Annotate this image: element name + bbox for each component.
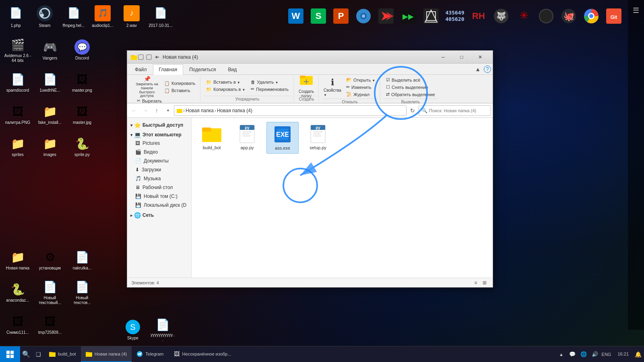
desktop-icon-snimo-bottom[interactable]: 🖼 Снимо111... — [2, 308, 34, 340]
desktop-icon-images[interactable]: 📁 images — [34, 130, 66, 162]
desktop-icon-novaya-papka[interactable]: 📁 Новая папка — [2, 244, 34, 276]
top-icon-rh[interactable]: RH — [468, 1, 489, 31]
top-icon-1php[interactable]: 📄 1.php — [2, 1, 29, 31]
file-item-build-bot[interactable]: build_bot — [196, 122, 228, 154]
start-button[interactable] — [0, 346, 20, 362]
top-icon-starburst[interactable]: ✳ — [513, 1, 535, 31]
desktop-icon-new-text2[interactable]: 📄 Новый текстов... — [66, 276, 98, 308]
taskbar-item-explorer[interactable]: Новая папка (4) — [81, 346, 132, 362]
top-icon-wolf[interactable]: 🐺 — [490, 1, 512, 31]
desktop-icon-tmp725[interactable]: 🖼 tmp725809... — [34, 308, 66, 340]
nav-path-segment1[interactable]: Новая папка — [186, 108, 214, 113]
top-icon-settings[interactable] — [353, 1, 374, 31]
ribbon-btn-copy[interactable]: 📋 Копировать — [162, 80, 198, 87]
nav-path-segment2[interactable]: Новая папка (4) — [217, 108, 252, 113]
sidebar-item-documents[interactable]: 📄 Документы — [127, 156, 191, 165]
sidebar-this-pc-header[interactable]: ▾ 💻 Этот компьютер — [127, 129, 191, 139]
ribbon-btn-open[interactable]: 📂 Открыть ▼ — [344, 76, 378, 83]
tab-view[interactable]: Вид — [222, 64, 243, 74]
desktop-icon-ustanovshik[interactable]: ⚙ установщик — [34, 244, 66, 276]
desktop-icon-fake-install[interactable]: 📁 fake_install... — [34, 98, 66, 130]
top-icon-circle[interactable] — [535, 1, 557, 31]
top-icon-wps-sheet[interactable]: S — [308, 1, 329, 31]
tray-lang-indicator[interactable]: ENG — [601, 346, 611, 362]
ribbon-btn-edit[interactable]: ✏ Изменить — [344, 84, 378, 90]
nav-recent-button[interactable]: ▾ — [163, 105, 173, 116]
ribbon-help-icon[interactable]: ? — [484, 66, 491, 73]
desktop-icon-discord[interactable]: 💬 Discord — [66, 34, 98, 66]
desktop-icon-nakrutka[interactable]: 📄 nakrutka... — [66, 244, 98, 276]
tab-home[interactable]: Главная — [153, 64, 184, 75]
taskbar-taskview-button[interactable]: ❑ — [32, 346, 44, 362]
window-titlebar[interactable]: Новая папка (4) ─ □ ✕ — [127, 51, 493, 64]
ribbon-btn-delete[interactable]: 🗑 Удалить ▼ — [248, 79, 291, 85]
sidebar-item-pictures[interactable]: 🖼 Pictures — [127, 139, 191, 148]
sidebar-item-downloads[interactable]: ⬇ Загрузки — [127, 165, 191, 174]
top-icon-2wav[interactable]: ♪ 2.wav — [118, 1, 145, 31]
desktop-icon-anaconda[interactable]: 🐍 anacondaz... — [2, 276, 34, 308]
sidebar-quick-access-header[interactable]: ▾ ⭐ Быстрый доступ — [127, 119, 191, 129]
notification-center-button[interactable]: 🔔 — [632, 346, 644, 362]
nav-up-button[interactable]: ↑ — [151, 105, 162, 116]
top-icon-chrome[interactable] — [580, 1, 602, 31]
tab-file[interactable]: Файл — [129, 64, 153, 74]
tray-chat-icon[interactable]: 💬 — [568, 346, 577, 362]
top-icon-git[interactable]: Git — [603, 1, 625, 31]
desktop-icon-master-png[interactable]: 🖼 master.png — [66, 66, 98, 98]
ribbon-btn-unselect[interactable]: ☐ Снять выделение — [384, 84, 438, 90]
taskbar-item-unsaved[interactable]: 🖼 Несохранённое изобр... — [169, 346, 236, 362]
ribbon-btn-invert[interactable]: ⇄ Обратить выделение — [384, 91, 438, 98]
taskbar-clock[interactable]: 16:21 — [614, 351, 632, 357]
desktop-icon-palitra[interactable]: 🖼 палитра.PNG — [2, 98, 34, 130]
nav-refresh-button[interactable]: ↻ — [407, 105, 418, 116]
desktop-icon-avidemux[interactable]: 🎬 Avidemux 2.6 - 64 bits — [2, 34, 34, 66]
taskbar-item-telegram[interactable]: Telegram — [132, 346, 168, 362]
desktop-icon-sprite-py[interactable]: 🐍 sprite.py — [66, 130, 98, 162]
nav-forward-button[interactable]: → — [140, 105, 151, 116]
desktop-icon-yyyyy[interactable]: 📄 yyyyyyyyyyy... — [149, 316, 177, 344]
ribbon-btn-history[interactable]: 📜 Журнал — [344, 91, 378, 98]
sidebar-network-header[interactable]: ▸ 🌐 Сеть — [127, 210, 191, 219]
taskbar-search-button[interactable]: 🔍 — [20, 346, 32, 362]
ribbon-btn-properties[interactable]: ℹ Свойства▼ — [322, 78, 343, 96]
desktop-icon-vangers[interactable]: 🎮 Vangers — [34, 34, 66, 66]
sidebar-item-video[interactable]: 🎬 Видео — [127, 148, 191, 156]
top-icon-pointer[interactable] — [375, 1, 397, 31]
file-item-setup-py[interactable]: py setup.py — [302, 122, 334, 154]
ribbon-btn-pin[interactable]: 📌 Закрепить на панели быстрого доступа — [133, 76, 161, 97]
nav-search-bar[interactable]: 🔍 — [419, 105, 491, 116]
desktop-icon-master-jpg[interactable]: 🖼 master.jpg — [66, 98, 98, 130]
search-input[interactable] — [429, 108, 488, 113]
ribbon-btn-new-folder[interactable]: Создатьпапку — [297, 77, 316, 95]
top-icon-unity[interactable] — [420, 1, 442, 31]
desktop-icon-sprites[interactable]: 📁 sprites — [2, 130, 34, 162]
tab-share[interactable]: Поделиться — [183, 64, 222, 74]
top-icon-wps-writer[interactable]: W — [285, 1, 307, 31]
sidebar-item-music[interactable]: 🎵 Музыка — [127, 174, 191, 183]
view-list-button[interactable]: ≡ — [472, 279, 480, 286]
taskbar-item-build-bot[interactable]: build_bot — [44, 346, 81, 362]
nav-path-bar[interactable]: › Новая папка › Новая папка (4) — [174, 105, 407, 116]
top-icon-steam[interactable]: Steam — [31, 1, 58, 31]
top-icon-ffmpeg[interactable]: 📄 ffmpeg.hel... — [60, 1, 87, 31]
tray-volume-icon[interactable]: 🔊 — [590, 346, 600, 362]
top-icon-audioclip[interactable]: 🎵 audioclip1... — [89, 1, 116, 31]
sidebar-item-volume-c[interactable]: 💾 Новый том (C:) — [127, 192, 191, 201]
nav-back-button[interactable]: ← — [129, 105, 139, 116]
close-button[interactable]: ✕ — [471, 51, 489, 63]
file-item-app-py[interactable]: py app.py — [231, 122, 263, 154]
top-icon-date[interactable]: 📄 2017-10-31... — [147, 1, 174, 31]
ribbon-btn-rename[interactable]: ✏ Переименовать — [248, 86, 291, 93]
sidebar-item-local-disk[interactable]: 💾 Локальный диск (D — [127, 201, 191, 210]
tray-show-hidden[interactable]: ▲ — [556, 346, 566, 362]
ribbon-collapse-icon[interactable]: ▲ — [475, 66, 481, 72]
top-icon-github[interactable]: 🐙 — [558, 1, 580, 31]
ribbon-btn-paste-in[interactable]: 📁 Вставить в ▼ — [204, 79, 248, 86]
desktop-icon-spamdiscord[interactable]: 📄 spamdiscord — [2, 66, 34, 98]
tray-network-icon[interactable]: 🌐 — [579, 346, 588, 362]
file-item-ass-exe[interactable]: EXE ass.exe — [266, 122, 299, 154]
top-icon-wps-ppt[interactable]: P — [330, 1, 352, 31]
desktop-icon-skype[interactable]: S Skype — [119, 316, 147, 344]
ribbon-btn-select-all[interactable]: ☑ Выделить всё — [384, 76, 438, 83]
top-icon-farmanager[interactable]: ▶▶ — [398, 1, 419, 31]
